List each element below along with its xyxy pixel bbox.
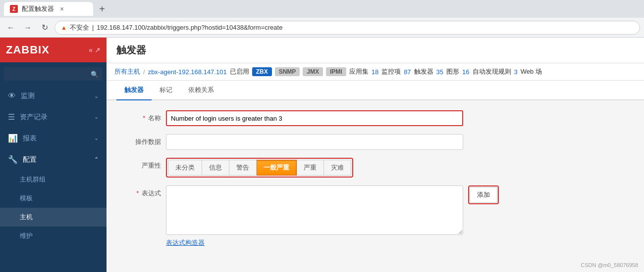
refresh-button[interactable]: ↻ bbox=[38, 21, 52, 35]
new-tab-button[interactable]: + bbox=[95, 2, 109, 16]
expand-icon[interactable]: ↗ bbox=[95, 46, 101, 54]
opdata-input[interactable] bbox=[166, 134, 463, 150]
required-star2: * bbox=[136, 189, 139, 197]
sidebar-search-area: 🔍 bbox=[0, 62, 107, 86]
name-label: * 名称 bbox=[121, 110, 161, 123]
chart-icon: 📊 bbox=[8, 134, 18, 143]
severity-btn-average[interactable]: 一般严重 bbox=[257, 160, 297, 176]
severity-btn-disaster[interactable]: 灾难 bbox=[324, 160, 351, 176]
sidebar-item-reports[interactable]: 📊 报表 ⌄ bbox=[0, 128, 107, 149]
address-input[interactable]: ▲ 不安全 | 192.168.147.100/zabbix/triggers.… bbox=[54, 21, 640, 35]
page-title: 触发器 bbox=[116, 45, 146, 55]
severity-buttons: 未分类 信息 警告 一般严重 严重 灾难 bbox=[168, 160, 351, 176]
breadcrumb-status: 已启用 bbox=[230, 67, 249, 76]
badge-jmx: JMX bbox=[303, 67, 323, 76]
badge-zbx: ZBX bbox=[252, 67, 272, 76]
url-display: 192.168.147.100/zabbix/triggers.php?host… bbox=[97, 24, 282, 31]
sidebar-item-config[interactable]: 🔧 配置 ⌃ bbox=[0, 149, 107, 170]
severity-btn-warning[interactable]: 警告 bbox=[229, 160, 257, 176]
main-content: 触发器 所有主机 / zbx-agent-192.168.147.101 已启用… bbox=[107, 38, 644, 272]
expression-label: * 表达式 bbox=[121, 185, 161, 198]
back-button[interactable]: ← bbox=[4, 21, 18, 35]
collapse-icon[interactable]: « bbox=[89, 46, 93, 54]
tabs-bar: 触发器 标记 依赖关系 bbox=[107, 81, 644, 100]
search-icon: 🔍 bbox=[91, 70, 99, 78]
breadcrumb-host[interactable]: zbx-agent-192.168.147.101 bbox=[148, 68, 227, 76]
sidebar-label-monitoring: 监测 bbox=[21, 91, 35, 100]
tab-title: 配置触发器 bbox=[22, 4, 54, 13]
breadcrumb-monitors-label: 监控项 bbox=[381, 67, 401, 76]
expression-container: 表达式构造器 bbox=[166, 185, 463, 247]
expression-row: * 表达式 表达式构造器 添加 bbox=[121, 185, 629, 247]
sidebar-subitem-hosts[interactable]: 主机 bbox=[0, 208, 107, 227]
severity-row: 严重性 未分类 信息 警告 一般严重 严重 灾难 bbox=[121, 158, 629, 178]
sidebar-label-config: 配置 bbox=[23, 155, 37, 164]
eye-icon: 👁 bbox=[8, 91, 16, 100]
breadcrumb-monitors-count[interactable]: 87 bbox=[404, 68, 411, 76]
severity-highlight-box: 未分类 信息 警告 一般严重 严重 灾难 bbox=[166, 158, 353, 178]
sidebar-subitem-hostgroups[interactable]: 主机群组 bbox=[0, 170, 107, 189]
severity-btn-info[interactable]: 信息 bbox=[202, 160, 229, 176]
add-expression-button[interactable]: 添加 bbox=[470, 187, 497, 203]
breadcrumb-web-label: Web 场 bbox=[521, 67, 542, 76]
tab-dependencies[interactable]: 依赖关系 bbox=[180, 81, 222, 100]
chevron-down-icon: ⌄ bbox=[94, 114, 99, 120]
forward-button[interactable]: → bbox=[21, 21, 35, 35]
sidebar-item-assets[interactable]: ☰ 资产记录 ⌄ bbox=[0, 106, 107, 128]
breadcrumb: 所有主机 / zbx-agent-192.168.147.101 已启用 ZBX… bbox=[107, 63, 644, 81]
breadcrumb-triggers-count[interactable]: 35 bbox=[436, 68, 443, 76]
required-star: * bbox=[143, 114, 145, 122]
expression-input[interactable] bbox=[166, 185, 463, 235]
sidebar: ZABBIX « ↗ 🔍 👁 监测 ⌄ ☰ 资产记录 bbox=[0, 38, 107, 272]
browser-tab[interactable]: Z 配置触发器 × bbox=[4, 2, 93, 16]
sidebar-item-monitoring[interactable]: 👁 监测 ⌄ bbox=[0, 86, 107, 106]
expression-constructor-link[interactable]: 表达式构造器 bbox=[166, 239, 205, 246]
address-bar: ← → ↻ ▲ 不安全 | 192.168.147.100/zabbix/tri… bbox=[0, 18, 644, 38]
sidebar-label-reports: 报表 bbox=[23, 134, 37, 143]
breadcrumb-apps-count[interactable]: 18 bbox=[372, 68, 378, 76]
tab-triggers[interactable]: 触发器 bbox=[116, 81, 152, 100]
chevron-down-icon: ⌄ bbox=[94, 93, 99, 99]
breadcrumb-apps-label: 应用集 bbox=[349, 67, 369, 76]
tab-tags[interactable]: 标记 bbox=[152, 81, 180, 100]
severity-label: 严重性 bbox=[121, 158, 161, 170]
sidebar-search-input[interactable] bbox=[4, 67, 103, 81]
name-row: * 名称 bbox=[121, 110, 629, 126]
breadcrumb-sep1: / bbox=[143, 68, 145, 76]
watermark: CSDN @m0_58076958 bbox=[581, 262, 638, 268]
wrench-icon: 🔧 bbox=[8, 155, 18, 164]
logo-text: ZABBIX bbox=[6, 44, 50, 56]
name-input[interactable] bbox=[166, 110, 463, 126]
sidebar-subitem-templates[interactable]: 模板 bbox=[0, 189, 107, 208]
security-warning-icon: ▲ bbox=[61, 24, 67, 31]
breadcrumb-autodiscover-count[interactable]: 3 bbox=[514, 68, 518, 76]
url-text: | bbox=[92, 24, 94, 31]
opdata-row: 操作数据 bbox=[121, 134, 629, 150]
chevron-down-icon: ⌄ bbox=[94, 135, 99, 141]
address-warning-text: 不安全 bbox=[70, 23, 89, 32]
severity-btn-high[interactable]: 严重 bbox=[297, 160, 324, 176]
expression-actions: 添加 bbox=[468, 185, 499, 204]
chevron-up-icon: ⌃ bbox=[94, 156, 99, 163]
opdata-label: 操作数据 bbox=[121, 134, 161, 146]
tab-close-button[interactable]: × bbox=[60, 5, 64, 13]
severity-btn-unclassified[interactable]: 未分类 bbox=[168, 160, 202, 176]
badge-ipmi: IPMI bbox=[326, 67, 346, 76]
list-icon: ☰ bbox=[8, 112, 15, 122]
form-area: * 名称 操作数据 严重性 bbox=[107, 100, 644, 272]
breadcrumb-autodiscover-label: 自动发现规则 bbox=[473, 67, 511, 76]
breadcrumb-graphs-count[interactable]: 16 bbox=[462, 68, 469, 76]
page-header: 触发器 bbox=[107, 38, 644, 63]
breadcrumb-triggers-label: 触发器 bbox=[414, 67, 433, 76]
add-button-highlight: 添加 bbox=[468, 185, 499, 204]
badge-snmp: SNMP bbox=[275, 67, 300, 76]
sidebar-subitem-maintenance[interactable]: 维护 bbox=[0, 227, 107, 245]
sidebar-label-assets: 资产记录 bbox=[20, 113, 48, 122]
tab-favicon: Z bbox=[10, 5, 18, 13]
breadcrumb-graphs-label: 图形 bbox=[446, 67, 459, 76]
sidebar-logo: ZABBIX « ↗ bbox=[0, 38, 107, 62]
breadcrumb-allhosts[interactable]: 所有主机 bbox=[114, 67, 140, 76]
